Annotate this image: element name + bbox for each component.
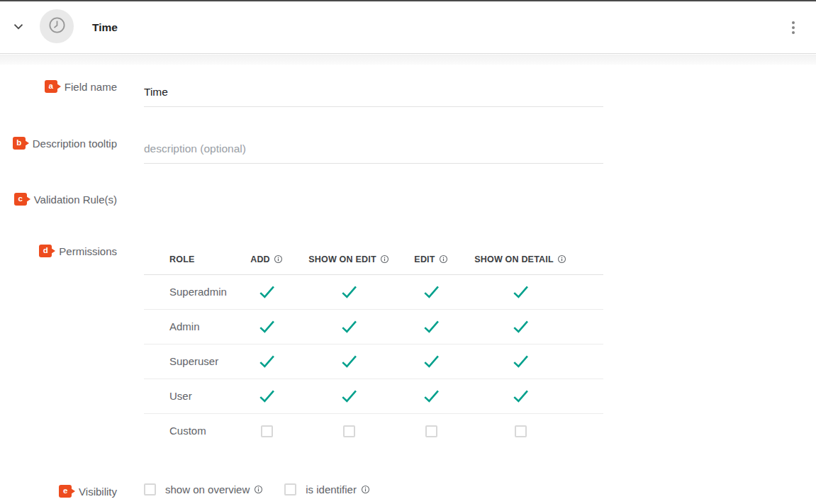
panel-header: Time (0, 1, 816, 54)
permission-toggle[interactable] (236, 274, 297, 309)
col-header-edit: EDIT (401, 245, 462, 274)
visibility-label-text: Visibility (79, 486, 117, 498)
permission-row-superadmin: Superadmin (144, 274, 603, 309)
check-icon (340, 317, 359, 336)
is-identifier-label: is identifier (306, 483, 357, 495)
check-icon (257, 386, 276, 405)
permission-toggle[interactable] (236, 344, 297, 379)
permission-toggle[interactable] (297, 274, 401, 309)
kebab-dot (792, 31, 795, 34)
chevron-down-icon (11, 18, 26, 37)
check-icon (511, 352, 530, 371)
info-icon[interactable] (439, 254, 448, 264)
kebab-dot (792, 26, 795, 29)
collapse-button[interactable] (10, 19, 27, 36)
is-identifier-checkbox[interactable] (284, 483, 296, 495)
permission-toggle[interactable] (462, 274, 579, 309)
info-icon[interactable] (557, 254, 566, 264)
show-on-overview-label: show on overview (165, 483, 250, 495)
permission-toggle[interactable] (401, 344, 462, 379)
role-name: Superuser (144, 344, 236, 379)
check-icon (511, 282, 530, 301)
description-tooltip-label-text: Description tooltip (33, 138, 117, 150)
permission-row-custom: Custom (144, 413, 603, 448)
permission-toggle[interactable] (401, 274, 462, 309)
info-icon[interactable] (361, 485, 370, 494)
col-header-role: ROLE (144, 245, 236, 274)
check-icon (257, 317, 276, 336)
permission-toggle[interactable] (297, 309, 401, 344)
spacer-cell (579, 379, 603, 413)
annotation-badge-d: d (39, 245, 52, 257)
annotation-badge-c: c (14, 193, 27, 206)
clock-icon (47, 16, 67, 38)
permissions-label: d Permissions (0, 244, 117, 258)
check-icon (422, 282, 441, 301)
spacer-cell (579, 344, 603, 379)
check-icon (340, 352, 359, 371)
annotation-badge-e: e (59, 485, 72, 498)
kebab-dot (792, 21, 795, 24)
spacer-cell (579, 413, 603, 448)
col-header-show-on-detail: SHOW ON DETAIL (462, 245, 579, 274)
permissions-header-row: ROLE ADD SHOW ON EDIT EDIT SHOW ON DETAI… (144, 245, 603, 274)
check-icon (422, 317, 441, 336)
info-icon[interactable] (274, 254, 283, 264)
field-type-chip (40, 9, 74, 43)
description-tooltip-label: b Description tooltip (0, 136, 117, 150)
permission-toggle[interactable] (401, 413, 462, 448)
field-name-input[interactable] (144, 86, 603, 107)
check-icon (511, 386, 530, 405)
permission-row-superuser: Superuser (144, 344, 603, 379)
check-icon (257, 352, 276, 371)
permission-toggle[interactable] (297, 413, 401, 448)
permission-toggle[interactable] (401, 309, 462, 344)
checkbox (343, 425, 355, 437)
show-on-overview-option: show on overview (144, 483, 263, 495)
check-icon (340, 386, 359, 405)
more-options-button[interactable] (787, 18, 800, 37)
panel-title: Time (92, 1, 118, 54)
permission-toggle[interactable] (462, 413, 579, 448)
role-name: Admin (144, 309, 236, 344)
info-icon[interactable] (254, 485, 263, 494)
visibility-options: show on overview is identifier (144, 483, 370, 495)
validation-rules-label-text: Validation Rule(s) (34, 194, 117, 206)
field-editor-panel: Time a Field name b Description tooltip … (0, 0, 816, 504)
col-header-add: ADD (236, 245, 297, 274)
permission-toggle[interactable] (236, 413, 297, 448)
show-on-overview-checkbox[interactable] (144, 483, 156, 495)
checkbox (425, 425, 437, 437)
visibility-label: e Visibility (0, 484, 117, 498)
permission-toggle[interactable] (297, 379, 401, 413)
checkbox (261, 425, 273, 437)
role-name: User (144, 379, 236, 413)
permissions-label-text: Permissions (59, 245, 117, 257)
permission-toggle[interactable] (462, 344, 579, 379)
role-name: Custom (144, 413, 236, 448)
checkbox (515, 425, 527, 437)
check-icon (511, 317, 530, 336)
field-name-label-text: Field name (65, 81, 117, 93)
permission-toggle[interactable] (236, 379, 297, 413)
info-icon[interactable] (380, 254, 389, 264)
col-header-show-on-edit: SHOW ON EDIT (297, 245, 401, 274)
permissions-table: ROLE ADD SHOW ON EDIT EDIT SHOW ON DETAI… (144, 245, 603, 448)
description-input[interactable] (144, 142, 603, 164)
spacer-cell (579, 274, 603, 309)
permission-toggle[interactable] (297, 344, 401, 379)
permission-toggle[interactable] (462, 309, 579, 344)
spacer-cell (579, 245, 603, 274)
annotation-badge-b: b (13, 137, 26, 150)
spacer-cell (579, 309, 603, 344)
permission-toggle[interactable] (401, 379, 462, 413)
permission-row-user: User (144, 379, 603, 413)
check-icon (422, 352, 441, 371)
field-name-label: a Field name (0, 79, 117, 94)
is-identifier-option: is identifier (284, 483, 370, 495)
annotation-badge-a: a (45, 80, 57, 93)
permission-toggle[interactable] (462, 379, 579, 413)
permission-toggle[interactable] (236, 309, 297, 344)
validation-rules-label: c Validation Rule(s) (0, 192, 117, 206)
check-icon (257, 282, 276, 301)
